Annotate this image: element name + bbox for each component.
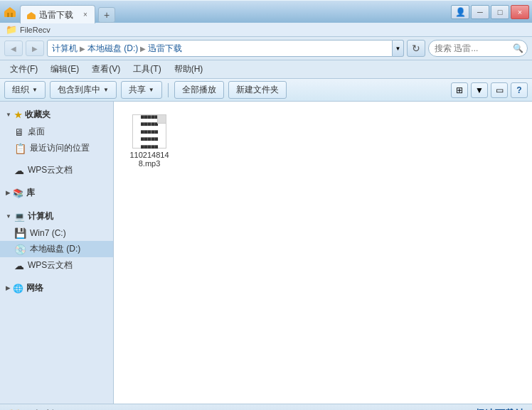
computer-label: 计算机 [28, 210, 53, 222]
sidebar: ▼ ★ 收藏夹 🖥 桌面 📋 最近访问的位置 ☁ WPS云文档 ▶ 📚 库 ▼ … [0, 102, 114, 404]
libraries-label: 库 [26, 187, 35, 199]
desktop-icon: 🖥 [14, 126, 24, 138]
file-area: ■■■■■ ■■■■■ ■■■■■ ■■■■■ ■■■■■ 1102148148… [114, 102, 532, 404]
svg-rect-0 [4, 11, 16, 17]
include-library-btn[interactable]: 包含到库中 ▼ [50, 81, 117, 99]
recent-label: 最近访问的位置 [30, 142, 90, 154]
menu-view[interactable]: 查看(V) [86, 62, 126, 77]
svg-marker-5 [27, 12, 36, 15]
file-icon: ■■■■■ ■■■■■ ■■■■■ ■■■■■ ■■■■■ [132, 114, 166, 149]
sidebar-item-win7[interactable]: 💾 Win7 (C:) [0, 225, 113, 241]
preview-pane-btn[interactable]: ▭ [491, 82, 508, 98]
tab-title: 迅雷下载 [39, 9, 73, 21]
breadcrumb-dropdown[interactable]: ▼ [393, 40, 404, 57]
user-icon[interactable]: 👤 [451, 5, 469, 19]
sidebar-favorites-header[interactable]: ▼ ★ 收藏夹 [0, 106, 113, 124]
filerecv-bar: 📁 FileRecv [0, 23, 532, 37]
toolbar-right: ⊞ ▼ ▭ ? [451, 82, 528, 98]
search-icon[interactable]: 🔍 [513, 43, 523, 53]
computer-icon: 💻 [14, 212, 25, 222]
search-wrap: 🔍 [428, 40, 528, 57]
view-mode-btn[interactable]: ⊞ [451, 82, 468, 98]
favorites-arrow: ▼ [6, 112, 11, 118]
address-area: ◀ ▶ 计算机 ▶ 本地磁盘 (D:) ▶ 迅雷下载 ▼ ↻ 🔍 [0, 37, 532, 60]
file-item[interactable]: ■■■■■ ■■■■■ ■■■■■ ■■■■■ ■■■■■ 1102148148… [121, 109, 178, 173]
view-dropdown-btn[interactable]: ▼ [471, 82, 488, 98]
wps2-label: WPS云文档 [28, 259, 73, 271]
brand-label: 极速下载站 [475, 408, 525, 411]
file-fold [157, 115, 166, 124]
libraries-arrow: ▶ [6, 190, 10, 196]
tab-close-btn[interactable]: × [80, 10, 90, 20]
main-area: ▼ ★ 收藏夹 🖥 桌面 📋 最近访问的位置 ☁ WPS云文档 ▶ 📚 库 ▼ … [0, 102, 532, 404]
computer-arrow: ▼ [6, 213, 11, 220]
sidebar-item-recent[interactable]: 📋 最近访问的位置 [0, 140, 113, 156]
network-label: 网络 [26, 282, 43, 294]
tab-container: 迅雷下载 × + [20, 1, 451, 23]
menu-tools[interactable]: 工具(T) [127, 62, 166, 77]
breadcrumb-xunlei[interactable]: 迅雷下载 [148, 43, 182, 55]
title-bar: 迅雷下载 × + 👤 ─ □ × [0, 0, 532, 23]
local-disk-label: 本地磁盘 (D:) [30, 243, 80, 255]
status-bar: 📁 1 个对象 极速下载站 [0, 404, 532, 410]
organize-btn[interactable]: 组织 ▼ [4, 81, 46, 99]
menu-bar: 文件(F) 编辑(E) 查看(V) 工具(T) 帮助(H) [0, 60, 532, 79]
wps-icon: ☁ [14, 165, 24, 176]
toolbar: 组织 ▼ 包含到库中 ▼ 共享 ▼ 全部播放 新建文件夹 ⊞ ▼ ▭ ? [0, 79, 532, 102]
folder-icon: 📁 [7, 407, 21, 410]
close-btn[interactable]: × [511, 5, 529, 19]
breadcrumb-disk[interactable]: 本地磁盘 (D:) [87, 43, 138, 55]
svg-rect-4 [27, 15, 36, 19]
svg-rect-2 [7, 13, 9, 17]
win7-label: Win7 (C:) [30, 228, 66, 238]
breadcrumb-bar: 计算机 ▶ 本地磁盘 (D:) ▶ 迅雷下载 [47, 40, 393, 57]
breadcrumb-computer[interactable]: 计算机 [52, 43, 78, 55]
window-icon [3, 5, 17, 19]
wps-label: WPS云文档 [28, 164, 73, 176]
maximize-btn[interactable]: □ [491, 5, 509, 19]
title-controls: 👤 ─ □ × [451, 5, 529, 19]
back-btn[interactable]: ◀ [4, 41, 23, 56]
filerecv-icon: 📁 [6, 24, 17, 35]
star-icon: ★ [14, 110, 22, 120]
desktop-label: 桌面 [28, 126, 45, 138]
filerecv-label: FileRecv [20, 26, 50, 34]
new-tab-btn[interactable]: + [98, 7, 115, 23]
sidebar-computer-header[interactable]: ▼ 💻 计算机 [0, 207, 113, 225]
file-name: 1102148148.mp3 [127, 151, 172, 168]
svg-marker-1 [4, 7, 16, 11]
minimize-btn[interactable]: ─ [471, 5, 489, 19]
file-icon-content: ■■■■■ ■■■■■ ■■■■■ ■■■■■ ■■■■■ [139, 111, 159, 152]
sidebar-libraries-header[interactable]: ▶ 📚 库 [0, 184, 113, 202]
refresh-btn[interactable]: ↻ [407, 40, 425, 57]
wps2-icon: ☁ [14, 260, 24, 271]
share-btn[interactable]: 共享 ▼ [121, 81, 162, 99]
local-disk-icon: 💿 [14, 244, 26, 255]
help-btn[interactable]: ? [511, 82, 528, 98]
svg-rect-3 [11, 13, 13, 17]
new-folder-btn[interactable]: 新建文件夹 [228, 81, 287, 99]
sidebar-item-local-disk[interactable]: 💿 本地磁盘 (D:) [0, 241, 113, 257]
play-all-btn[interactable]: 全部播放 [174, 81, 224, 99]
menu-help[interactable]: 帮助(H) [169, 62, 209, 77]
libraries-icon: 📚 [13, 188, 23, 198]
sidebar-network-header[interactable]: ▶ 🌐 网络 [0, 279, 113, 297]
network-arrow: ▶ [6, 285, 10, 291]
sidebar-item-desktop[interactable]: 🖥 桌面 [0, 124, 113, 140]
sidebar-item-wps[interactable]: ☁ WPS云文档 [0, 162, 113, 178]
toolbar-separator [168, 83, 169, 97]
win7-icon: 💾 [14, 227, 26, 239]
forward-btn[interactable]: ▶ [26, 41, 44, 56]
tab-active[interactable]: 迅雷下载 × [20, 5, 95, 23]
menu-edit[interactable]: 编辑(E) [45, 62, 85, 77]
menu-file[interactable]: 文件(F) [4, 62, 43, 77]
sidebar-item-wps2[interactable]: ☁ WPS云文档 [0, 257, 113, 274]
recent-icon: 📋 [14, 143, 26, 154]
favorites-label: 收藏夹 [25, 109, 50, 121]
network-icon: 🌐 [13, 284, 23, 293]
